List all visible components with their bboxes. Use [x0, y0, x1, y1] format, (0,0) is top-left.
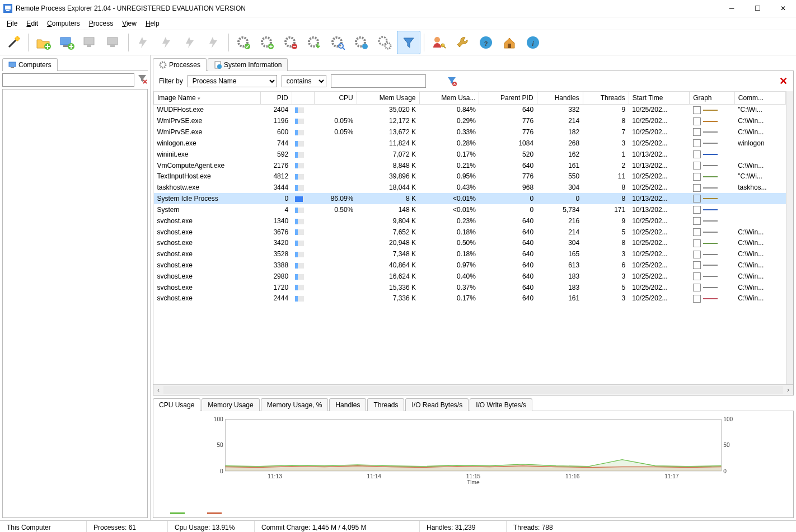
bolt-icon — [184, 36, 197, 49]
add-computer-button[interactable] — [55, 31, 78, 54]
computers-tree[interactable] — [2, 89, 148, 518]
close-button[interactable]: ✕ — [770, 0, 796, 17]
gear-btn-4[interactable] — [303, 31, 325, 54]
column-header[interactable]: Comm... — [734, 92, 785, 105]
tab-processes[interactable]: Processes — [153, 58, 207, 71]
filter-bar: Filter by Process Name contains ✕ — [153, 71, 793, 91]
table-row[interactable]: TextInputHost.exe481239,896 K0.95%776550… — [154, 171, 786, 182]
table-row[interactable]: svchost.exe338840,864 K0.97%640613610/25… — [154, 260, 786, 271]
gear-btn-2[interactable] — [256, 31, 278, 54]
table-row[interactable]: svchost.exe24447,336 K0.17%640161310/25/… — [154, 293, 786, 304]
svg-point-27 — [434, 37, 440, 43]
help-icon: ? — [479, 35, 493, 50]
menu-help[interactable]: Help — [141, 18, 164, 29]
column-header[interactable]: Threads — [583, 92, 629, 105]
disabled-btn-1 — [79, 31, 101, 54]
gear-btn-5[interactable] — [326, 31, 349, 54]
svg-text:11:15: 11:15 — [466, 473, 481, 479]
table-row[interactable]: System Idle Process086.09%8 K<0.01%00810… — [154, 193, 786, 204]
gear-btn-3[interactable] — [279, 31, 302, 54]
table-row[interactable]: WmiPrvSE.exe11960.05%12,172 K0.29%776214… — [154, 115, 786, 126]
open-folder-button[interactable] — [32, 31, 54, 54]
funnel-icon — [402, 36, 415, 49]
gear-btn-1[interactable] — [232, 31, 255, 54]
column-header[interactable]: Mem Usage — [357, 92, 419, 105]
status-computer: This Computer — [0, 521, 87, 532]
table-row[interactable]: svchost.exe36767,652 K0.18%640214510/25/… — [154, 227, 786, 238]
table-row[interactable]: svchost.exe342020,948 K0.50%640304810/25… — [154, 237, 786, 248]
gear-refresh-icon — [236, 35, 251, 50]
filter-field-select[interactable]: Process Name — [188, 75, 277, 87]
menu-file[interactable]: File — [2, 18, 22, 29]
wizard-button[interactable] — [2, 31, 25, 54]
table-row[interactable]: taskhostw.exe344418,044 K0.43%968304810/… — [154, 182, 786, 193]
table-row[interactable]: svchost.exe35287,348 K0.18%640165310/25/… — [154, 248, 786, 260]
filter-remove-icon[interactable] — [446, 76, 457, 87]
computers-filter-input[interactable] — [2, 73, 134, 87]
gear-btn-6[interactable] — [350, 31, 372, 54]
table-row[interactable]: wininit.exe5927,072 K0.17%520162110/13/2… — [154, 149, 786, 160]
tools-button[interactable] — [451, 31, 474, 54]
column-header[interactable] — [292, 92, 314, 105]
perf-tab[interactable]: Memory Usage — [202, 398, 259, 411]
column-header[interactable]: Handles — [537, 92, 583, 105]
filter-clear-icon[interactable] — [137, 73, 148, 84]
perf-tab[interactable]: Handles — [329, 398, 366, 411]
column-header[interactable]: Start Time — [629, 92, 689, 105]
column-header[interactable]: CPU — [314, 92, 357, 105]
menu-edit[interactable]: Edit — [22, 18, 43, 29]
table-row[interactable]: WUDFHost.exe240435,020 K0.84%640332910/2… — [154, 105, 786, 116]
menu-computers[interactable]: Computers — [43, 18, 85, 29]
perf-tab[interactable]: I/O Read Bytes/s — [405, 398, 469, 411]
perf-tab[interactable]: Threads — [367, 398, 404, 411]
perf-tab[interactable]: I/O Write Bytes/s — [470, 398, 532, 411]
table-row[interactable]: winlogon.exe74411,824 K0.28%1084268310/2… — [154, 138, 786, 149]
perf-tab[interactable]: CPU Usage — [153, 398, 200, 411]
svg-rect-11 — [107, 37, 118, 45]
filter-op-select[interactable]: contains — [282, 75, 326, 87]
svg-text:50: 50 — [217, 442, 223, 448]
filter-value-input[interactable] — [331, 74, 426, 88]
maximize-button[interactable]: ☐ — [745, 0, 770, 17]
table-row[interactable]: svchost.exe298016,624 K0.40%640183310/25… — [154, 271, 786, 282]
horizontal-scrollbar[interactable]: ‹› — [153, 384, 793, 395]
process-grid[interactable]: Image Name▾PIDCPUMem UsageMem Usa...Pare… — [153, 91, 786, 384]
perf-tab[interactable]: Memory Usage, % — [261, 398, 329, 411]
menu-view[interactable]: View — [118, 18, 141, 29]
user-key-icon — [432, 35, 446, 50]
table-row[interactable]: VmComputeAgent.exe21768,848 K0.21%640161… — [154, 160, 786, 171]
tab-computers[interactable]: Computers — [2, 58, 58, 71]
vertical-scrollbar[interactable] — [786, 91, 793, 384]
filter-label: Filter by — [159, 77, 183, 85]
table-row[interactable]: svchost.exe13409,804 K0.23%640216910/25/… — [154, 215, 786, 227]
bolt-icon — [160, 36, 174, 49]
column-header[interactable]: Mem Usa... — [419, 92, 479, 105]
svg-text:0: 0 — [220, 468, 223, 474]
computer-icon — [8, 61, 16, 69]
filter-button[interactable] — [397, 31, 420, 54]
home-button[interactable] — [498, 31, 521, 54]
column-header[interactable]: Graph — [690, 92, 735, 105]
disabled-btn-5 — [179, 31, 202, 54]
wand-icon — [6, 35, 21, 50]
column-header[interactable]: Parent PID — [479, 92, 537, 105]
svg-rect-35 — [11, 67, 14, 68]
table-row[interactable]: WmiPrvSE.exe6000.05%13,672 K0.33%7761827… — [154, 126, 786, 138]
column-header[interactable]: PID — [260, 92, 292, 105]
svg-line-3 — [9, 39, 17, 47]
gear-btn-7[interactable] — [373, 31, 396, 54]
svg-rect-34 — [9, 62, 16, 67]
minimize-button[interactable]: ─ — [719, 0, 745, 17]
column-header[interactable]: Image Name▾ — [154, 92, 261, 105]
tab-system-info[interactable]: System Information — [208, 58, 288, 71]
table-row[interactable]: svchost.exe172015,336 K0.37%640183510/25… — [154, 282, 786, 293]
filter-close-button[interactable]: ✕ — [779, 75, 788, 87]
menu-process[interactable]: Process — [85, 18, 118, 29]
user-button[interactable] — [428, 31, 450, 54]
computer-add-icon — [59, 35, 74, 50]
help-button[interactable]: ? — [475, 31, 497, 54]
table-row[interactable]: System40.50%148 K<0.01%05,73417110/13/20… — [154, 204, 786, 215]
svg-rect-48 — [225, 420, 721, 471]
svg-rect-6 — [60, 37, 71, 45]
info-button[interactable]: i — [522, 31, 544, 54]
